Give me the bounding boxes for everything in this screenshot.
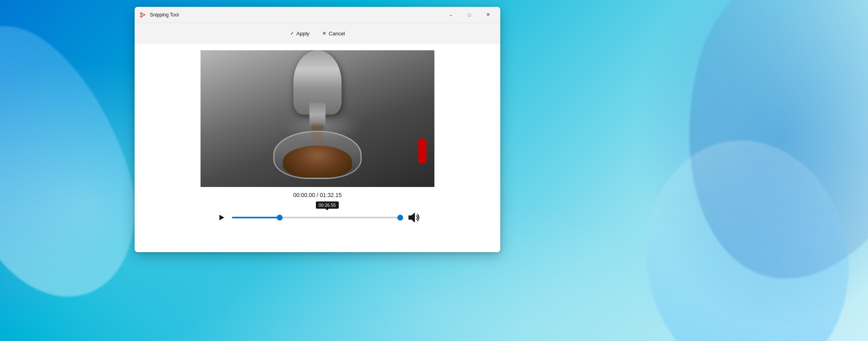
play-button[interactable]: [215, 211, 228, 224]
app-icon: [139, 11, 147, 18]
svg-marker-5: [219, 215, 224, 220]
progress-track[interactable]: [232, 217, 403, 218]
content-area: 00:00.00 / 01:32.15 00:26.55: [135, 44, 500, 252]
title-left: Snipping Tool: [139, 11, 179, 18]
window-controls: – □ ✕: [442, 7, 497, 23]
time-tooltip: 00:26.55: [316, 201, 339, 209]
snipping-tool-icon: [140, 12, 146, 18]
video-frame: [201, 50, 434, 187]
red-accent: [418, 139, 426, 163]
volume-icon: [407, 211, 420, 224]
end-marker[interactable]: [397, 215, 403, 220]
coffee-fill: [283, 146, 352, 178]
svg-marker-6: [409, 213, 415, 223]
play-icon: [218, 214, 225, 221]
toolbar: ✓ Apply ✕ Cancel: [135, 23, 500, 44]
window-title: Snipping Tool: [150, 12, 179, 18]
progress-filled: [232, 217, 280, 218]
controls-row: [215, 211, 420, 224]
progress-thumb[interactable]: [277, 215, 283, 220]
svg-point-1: [141, 15, 142, 17]
title-bar: Snipping Tool – □ ✕: [135, 7, 500, 23]
svg-point-0: [141, 12, 142, 14]
cancel-button[interactable]: ✕ Cancel: [317, 28, 350, 39]
checkmark-icon: ✓: [290, 31, 294, 36]
time-display: 00:00.00 / 01:32.15: [293, 192, 342, 198]
snipping-tool-window: Snipping Tool – □ ✕ ✓ Apply ✕ Cancel: [135, 7, 500, 252]
x-icon: ✕: [322, 31, 326, 36]
grinder-nozzle: [309, 103, 326, 127]
controls-area: 00:26.55: [141, 201, 494, 224]
svg-line-3: [142, 15, 145, 16]
video-image: [201, 50, 434, 187]
coffee-bowl: [273, 131, 362, 179]
apply-button[interactable]: ✓ Apply: [285, 28, 315, 39]
tooltip-wrapper: 00:26.55: [215, 201, 420, 211]
maximize-button[interactable]: □: [460, 7, 479, 23]
minimize-button[interactable]: –: [442, 7, 460, 23]
close-button[interactable]: ✕: [479, 7, 497, 23]
volume-button[interactable]: [407, 211, 420, 224]
